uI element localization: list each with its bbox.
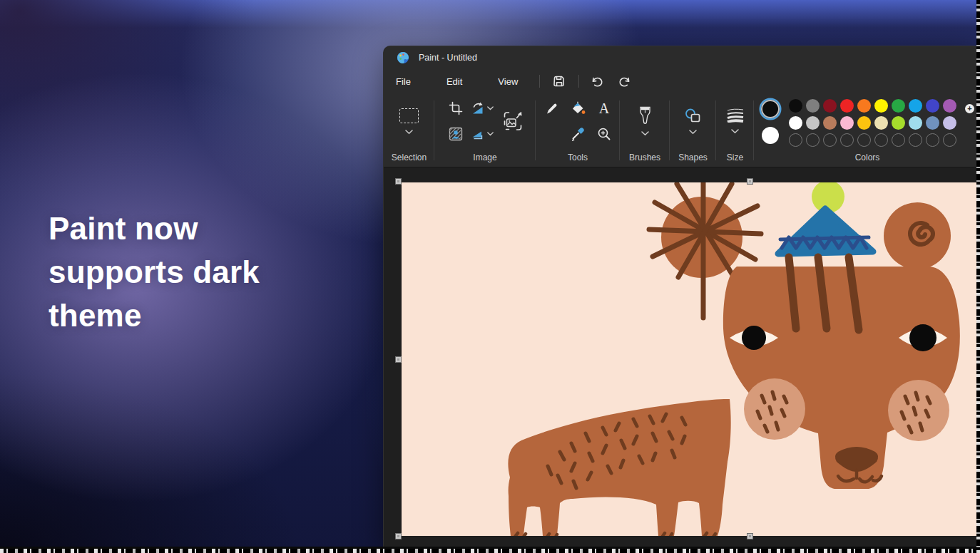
redo-button[interactable]	[613, 72, 635, 91]
menu-bar: File Edit View	[384, 69, 980, 93]
chevron-down-icon[interactable]	[641, 131, 649, 136]
flip-icon	[471, 128, 485, 140]
palette-color-r2-8[interactable]	[909, 116, 922, 130]
palette-custom-slot-4[interactable]	[840, 133, 854, 147]
image-label: Image	[434, 153, 536, 162]
screenshot-bottom-edge	[0, 547, 980, 553]
shapes-button[interactable]	[685, 108, 701, 135]
window-title: Paint - Untitled	[419, 53, 477, 63]
eyedropper-icon	[571, 127, 585, 141]
canvas-handle-top-left[interactable]	[395, 178, 402, 185]
size-button[interactable]	[726, 108, 745, 134]
palette-color-r1-3[interactable]	[823, 99, 837, 113]
size-label: Size	[716, 153, 754, 162]
color-picker-button[interactable]	[571, 127, 585, 141]
palette-color-r2-7[interactable]	[892, 116, 905, 130]
palette-custom-slot-2[interactable]	[806, 133, 820, 147]
chevron-down-icon[interactable]	[405, 130, 413, 135]
magnifier-icon	[597, 127, 611, 141]
pencil-button[interactable]	[545, 102, 558, 115]
palette-color-r1-9[interactable]	[926, 99, 939, 113]
menu-edit[interactable]: Edit	[445, 73, 464, 90]
menu-view[interactable]: View	[496, 73, 519, 90]
menu-divider-2	[578, 75, 579, 88]
palette-color-r2-9[interactable]	[926, 116, 939, 130]
line-size-icon	[726, 108, 745, 123]
brushes-label: Brushes	[620, 153, 670, 162]
brush-icon	[639, 106, 651, 125]
palette-color-r1-1[interactable]	[789, 99, 802, 113]
chevron-down-icon	[487, 106, 494, 110]
palette-color-r1-5[interactable]	[857, 99, 871, 113]
tools-label: Tools	[536, 153, 620, 162]
flip-button[interactable]	[471, 128, 494, 140]
color-palette	[789, 98, 956, 147]
brushes-button[interactable]	[639, 106, 651, 136]
chevron-down-icon[interactable]	[689, 130, 697, 135]
selection-icon	[399, 108, 419, 123]
canvas-handle-middle-left[interactable]	[395, 356, 402, 363]
palette-color-r1-7[interactable]	[892, 99, 905, 113]
palette-color-r2-3[interactable]	[823, 116, 837, 130]
selection-tool-button[interactable]	[399, 108, 419, 135]
rotate-icon	[471, 102, 485, 115]
chevron-down-icon[interactable]	[731, 129, 739, 134]
art-body	[508, 399, 730, 536]
section-selection: Selection	[384, 93, 434, 167]
shapes-label: Shapes	[670, 153, 716, 162]
fill-button[interactable]	[571, 101, 586, 115]
art-party-hat	[778, 182, 873, 254]
palette-color-r1-8[interactable]	[909, 99, 922, 113]
crop-icon	[449, 101, 463, 115]
background-color-swatch[interactable]	[762, 127, 779, 144]
selection-label: Selection	[384, 153, 434, 162]
section-tools: A	[536, 93, 620, 167]
palette-custom-slot-9[interactable]	[926, 133, 939, 147]
art-head	[723, 257, 960, 489]
undo-icon	[591, 75, 604, 88]
edit-colors-button[interactable]: +	[949, 108, 971, 130]
magnifier-button[interactable]	[597, 127, 611, 141]
fill-bucket-icon	[571, 101, 586, 115]
palette-custom-slot-6[interactable]	[874, 133, 888, 147]
palette-color-r1-6[interactable]	[874, 99, 888, 113]
resize-image-button[interactable]	[503, 111, 523, 131]
redo-icon	[618, 75, 631, 88]
save-button[interactable]	[548, 72, 570, 91]
section-size: Size	[716, 93, 754, 167]
art-ear	[884, 202, 951, 269]
resize-image-icon	[503, 111, 523, 131]
foreground-color-swatch[interactable]	[761, 100, 780, 118]
palette-color-r2-4[interactable]	[840, 116, 854, 130]
remove-background-icon	[449, 127, 463, 141]
palette-custom-slot-7[interactable]	[892, 133, 905, 147]
crop-button[interactable]	[449, 101, 463, 115]
rotate-button[interactable]	[471, 102, 494, 115]
palette-custom-slot-3[interactable]	[823, 133, 837, 147]
palette-color-r2-5[interactable]	[857, 116, 871, 130]
drawing-canvas[interactable]	[402, 182, 980, 536]
palette-color-r2-1[interactable]	[789, 116, 802, 130]
canvas-handle-top-middle[interactable]	[747, 178, 753, 185]
palette-color-r2-6[interactable]	[874, 116, 888, 130]
hero-headline: Paint now supports dark theme	[49, 207, 260, 337]
menu-file[interactable]: File	[394, 73, 412, 90]
palette-custom-slot-5[interactable]	[857, 133, 871, 147]
section-shapes: Shapes	[670, 93, 716, 167]
palette-custom-slot-1[interactable]	[789, 133, 802, 147]
ribbon-toolbar: Selection	[384, 93, 980, 167]
chevron-down-icon	[487, 132, 494, 136]
title-bar[interactable]: Paint - Untitled	[384, 46, 980, 69]
canvas-handle-bottom-left[interactable]	[395, 533, 402, 539]
palette-color-r2-2[interactable]	[806, 116, 820, 130]
canvas-artwork	[402, 182, 980, 536]
palette-color-r1-4[interactable]	[840, 99, 854, 113]
palette-custom-slot-10[interactable]	[943, 133, 956, 147]
palette-custom-slot-8[interactable]	[909, 133, 922, 147]
palette-color-r1-2[interactable]	[806, 99, 820, 113]
remove-background-button[interactable]	[449, 127, 463, 141]
text-tool-button[interactable]: A	[599, 101, 609, 115]
section-image: Image	[434, 93, 536, 167]
undo-button[interactable]	[586, 72, 608, 91]
canvas-handle-bottom-middle[interactable]	[747, 533, 753, 539]
